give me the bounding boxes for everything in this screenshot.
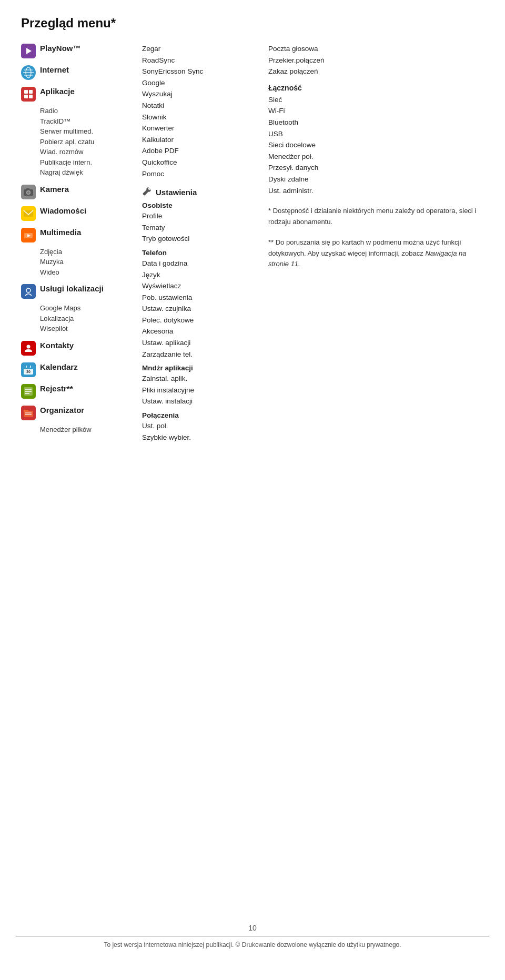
settings-heading: Ustawienia — [142, 187, 258, 197]
col2-top-item: RoadSync — [142, 55, 258, 66]
col2-top-item: Słownik — [142, 112, 258, 123]
menu-item-aplikacje: AplikacjeRadioTrackID™Serwer multimed.Po… — [21, 86, 137, 178]
settings-item: Akcesoria — [142, 326, 258, 337]
svg-rect-22 — [23, 286, 34, 297]
menu-subitems-uslugi: Google MapsLokalizacjaWisepilot — [21, 303, 137, 334]
settings-item: Zainstal. aplik. — [142, 373, 258, 385]
internet-icon — [21, 65, 36, 80]
menu-subitems-organizator: Menedżer plików — [21, 425, 137, 435]
svg-rect-11 — [29, 95, 33, 98]
settings-item: Zarządzanie tel. — [142, 349, 258, 360]
uslugi-icon — [21, 284, 36, 299]
kontakty-icon — [21, 341, 36, 356]
menu-subitem: Google Maps — [40, 303, 137, 314]
menu-label-aplikacje: Aplikacje — [40, 86, 75, 97]
menu-subitem: Radio — [40, 106, 137, 116]
col2-top-item: Konwerter — [142, 123, 258, 134]
menu-subitem: Lokalizacja — [40, 314, 137, 324]
svg-rect-9 — [29, 90, 33, 94]
settings-subheading: Osobiste — [142, 201, 258, 209]
menu-subitem: TrackID™ — [40, 116, 137, 127]
svg-point-15 — [27, 191, 30, 194]
col2-top-item: Zegar — [142, 43, 258, 55]
settings-item: Tryb gotowości — [142, 233, 258, 245]
menu-item-organizator: OrganizatorMenedżer plików — [21, 405, 137, 435]
note-0: * Dostępność i działanie niektórych menu… — [268, 206, 484, 228]
connectivity-item: Sieć — [268, 94, 484, 106]
menu-item-row-kontakty: Kontakty — [21, 340, 137, 356]
wrench-icon — [142, 187, 153, 197]
organizator-icon — [21, 406, 36, 420]
menu-item-row-uslugi: Usługi lokalizacji — [21, 284, 137, 299]
aplikacje-icon — [21, 87, 36, 102]
settings-item: Pob. ustawienia — [142, 292, 258, 304]
menu-item-row-kamera: Kamera — [21, 184, 137, 199]
connectivity-item: Sieci docelowe — [268, 139, 484, 151]
settings-item: Język — [142, 269, 258, 281]
connectivity-item: Ust. administr. — [268, 185, 484, 197]
settings-subheading: Telefon — [142, 249, 258, 257]
connectivity-heading: Łączność — [268, 84, 484, 92]
settings-section-połączenia: PołączeniaUst. poł.Szybkie wybier. — [142, 411, 258, 443]
menu-label-wiadomosci: Wiadomości — [40, 206, 86, 216]
menu-label-kalendarz: Kalendarz — [40, 362, 78, 372]
connectivity-item: Menedżer poł. — [268, 151, 484, 163]
columns-wrapper: PlayNow™InternetAplikacjeRadioTrackID™Se… — [21, 43, 484, 446]
multimedia-icon — [21, 228, 36, 243]
menu-label-organizator: Organizator — [40, 405, 84, 416]
settings-section-mndżr-aplikacji: Mndżr aplikacjiZainstal. aplik.Pliki ins… — [142, 364, 258, 407]
col2-top-items: ZegarRoadSyncSonyEricsson SyncGoogleWysz… — [142, 43, 258, 179]
menu-item-kalendarz: 30Kalendarz — [21, 362, 137, 377]
col2-top-item: Pomoc — [142, 168, 258, 180]
menu-subitem: Wisepilot — [40, 324, 137, 334]
menu-subitem: Publikacje intern. — [40, 157, 137, 168]
menu-item-row-multimedia: Multimedia — [21, 227, 137, 243]
menu-label-playnow: PlayNow™ — [40, 43, 81, 54]
svg-rect-28 — [24, 367, 33, 369]
settings-subheading: Mndżr aplikacji — [142, 364, 258, 372]
svg-rect-10 — [24, 95, 28, 98]
menu-subitem: Serwer multimed. — [40, 126, 137, 137]
menu-item-row-wiadomosci: Wiadomości — [21, 206, 137, 221]
menu-subitem: Wideo — [40, 267, 137, 278]
settings-item: Ustaw. czujnika — [142, 303, 258, 315]
menu-subitem: Muzyka — [40, 257, 137, 267]
connectivity-item: Przesył. danych — [268, 162, 484, 174]
menu-item-row-organizator: Organizator — [21, 405, 137, 420]
menu-subitem: Pobierz apl. czatu — [40, 137, 137, 147]
col2-top-item: Kalkulator — [142, 134, 258, 146]
settings-item: Profile — [142, 210, 258, 222]
menu-label-rejestr: Rejestr** — [40, 383, 73, 394]
menu-label-multimedia: Multimedia — [40, 227, 81, 238]
menu-item-rejestr: Rejestr** — [21, 383, 137, 399]
menu-subitems-aplikacje: RadioTrackID™Serwer multimed.Pobierz apl… — [21, 106, 137, 178]
column-3: Poczta głosowaPrzekier.połączeńZakaz poł… — [258, 43, 484, 270]
menu-item-kontakty: Kontakty — [21, 340, 137, 356]
settings-item: Data i godzina — [142, 258, 258, 269]
settings-item: Polec. dotykowe — [142, 315, 258, 326]
page-number: 10 — [0, 924, 505, 932]
settings-item: Ust. poł. — [142, 420, 258, 432]
menu-item-multimedia: MultimediaZdjęciaMuzykaWideo — [21, 227, 137, 278]
settings-item: Ustaw. instalacji — [142, 396, 258, 407]
col2-top-item: Notatki — [142, 100, 258, 112]
settings-section-osobiste: OsobisteProfileTematyTryb gotowości — [142, 201, 258, 245]
menu-item-row-rejestr: Rejestr** — [21, 383, 137, 399]
connectivity-item: Bluetooth — [268, 117, 484, 128]
settings-item: Pliki instalacyjne — [142, 385, 258, 396]
menu-item-row-internet: Internet — [21, 65, 137, 80]
menu-subitem: Zdjęcia — [40, 247, 137, 257]
settings-subheading: Połączenia — [142, 411, 258, 419]
svg-rect-8 — [24, 90, 28, 94]
settings-section-telefon: TelefonData i godzinaJęzykWyświetlaczPob… — [142, 249, 258, 360]
svg-rect-39 — [24, 410, 28, 412]
col3-top-item: Poczta głosowa — [268, 43, 484, 55]
menu-item-row-playnow: PlayNow™ — [21, 43, 137, 58]
menu-item-kamera: Kamera — [21, 184, 137, 199]
connectivity-item: Dyski zdalne — [268, 174, 484, 185]
col2-top-item: SonyEricsson Sync — [142, 66, 258, 77]
col3-top-item: Zakaz połączeń — [268, 66, 484, 77]
menu-item-playnow: PlayNow™ — [21, 43, 137, 58]
menu-subitem: Nagraj dźwięk — [40, 167, 137, 178]
menu-subitems-multimedia: ZdjęciaMuzykaWideo — [21, 247, 137, 278]
